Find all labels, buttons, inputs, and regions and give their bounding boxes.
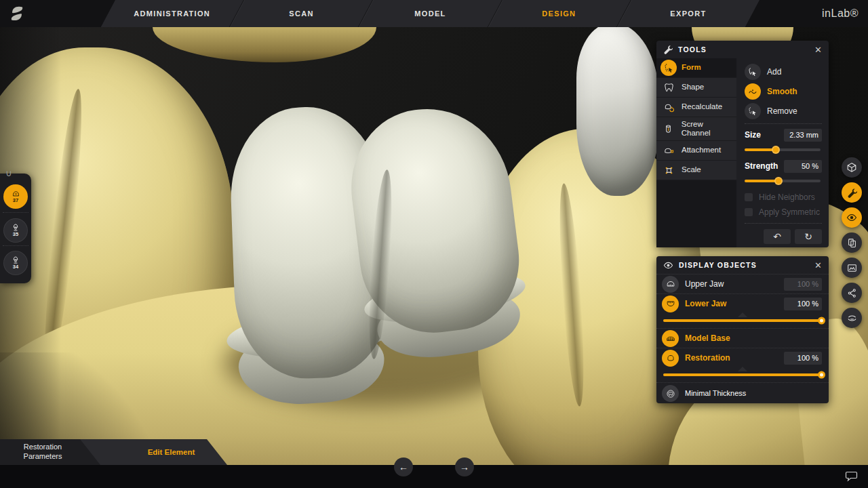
divider — [3, 245, 28, 246]
close-icon[interactable]: ✕ — [814, 261, 822, 270]
tooth-selector-panel: ∪ 37 35 34 — [0, 174, 31, 283]
undo-icon: ↶ — [773, 231, 781, 242]
lower-jaw-icon — [662, 296, 679, 312]
mode-smooth[interactable]: Smooth — [745, 83, 822, 100]
bottom-status-bar: ← → — [0, 465, 868, 488]
size-value[interactable]: 2.33 mm — [784, 129, 822, 142]
restoration-opacity-value[interactable]: 100 % — [784, 352, 822, 365]
display-item-upper-jaw[interactable]: Upper Jaw 100 % — [656, 274, 829, 293]
right-toolbar — [842, 157, 863, 328]
strength-slider[interactable] — [745, 180, 821, 182]
screw-channel-icon — [660, 121, 677, 137]
tools-panel-header: TOOLS ✕ — [656, 41, 829, 58]
display-item-minimal-thickness[interactable]: Minimal Thickness — [656, 382, 829, 404]
tool-attachment[interactable]: Attachment — [656, 141, 736, 161]
upper-jaw-icon — [662, 276, 679, 293]
strength-control: Strength 50 % — [745, 159, 822, 182]
tools-wrench-icon — [663, 45, 673, 54]
scene-prepared-tooth — [576, 27, 659, 196]
tool-form[interactable]: Form — [656, 58, 736, 78]
form-tooth-cursor-icon — [660, 60, 677, 76]
checkbox-icon[interactable] — [745, 208, 753, 216]
undo-button[interactable]: ↶ — [764, 229, 791, 244]
size-slider-thumb[interactable] — [772, 146, 780, 154]
arrow-left-icon: ← — [399, 462, 408, 472]
restoration-tooth-icon — [662, 350, 679, 367]
top-navigation-bar: ADMINISTRATION SCAN MODEL DESIGN EXPORT … — [0, 0, 868, 27]
display-objects-button[interactable] — [842, 207, 862, 228]
lower-jaw-opacity-value[interactable]: 100 % — [784, 298, 822, 310]
chat-bubble-icon[interactable] — [845, 470, 859, 483]
attachment-icon — [660, 142, 677, 159]
redo-icon: ↻ — [804, 231, 812, 242]
panel-title: TOOLS — [678, 45, 814, 54]
dentsply-sirona-logo-icon[interactable] — [7, 4, 27, 23]
model-base-icon — [662, 330, 679, 347]
option-hide-neighbors[interactable]: Hide Neighbors — [745, 190, 822, 204]
display-item-model-base[interactable]: Model Base — [656, 328, 829, 348]
tooth-number: 37 — [13, 198, 18, 203]
tooth-icon — [660, 79, 677, 96]
jaw-arch-icon: ∪ — [5, 168, 12, 178]
panel-title: DISPLAY OBJECTS — [679, 261, 814, 269]
scale-icon — [660, 162, 677, 178]
tooth-button-37[interactable]: 37 — [3, 184, 28, 209]
tab-edit-element[interactable]: Edit Element — [75, 439, 227, 465]
scene-tooth-tips — [153, 27, 376, 62]
display-item-lower-jaw[interactable]: Lower Jaw 100 % — [656, 293, 829, 313]
checkbox-icon[interactable] — [745, 193, 753, 201]
arrow-right-icon: → — [460, 462, 469, 472]
brand-logo-text: inLab® — [822, 0, 859, 27]
connector-button[interactable] — [842, 283, 862, 303]
divider — [745, 123, 822, 124]
option-apply-symmetric[interactable]: Apply Symmetric — [745, 205, 822, 219]
slider-thumb[interactable] — [818, 371, 825, 379]
strength-slider-thumb[interactable] — [774, 177, 783, 185]
previous-step-button[interactable]: ← — [394, 458, 413, 476]
tools-panel: TOOLS ✕ Form — [656, 41, 829, 247]
size-slider[interactable] — [745, 148, 821, 151]
display-objects-panel: DISPLAY OBJECTS ✕ Upper Jaw 100 % Lower … — [656, 256, 829, 403]
tool-shape[interactable]: Shape — [656, 78, 736, 98]
recalculate-icon — [660, 99, 677, 115]
tab-scan[interactable]: SCAN — [229, 0, 372, 27]
redo-button[interactable]: ↻ — [795, 229, 822, 244]
documents-button[interactable] — [842, 232, 862, 253]
divider — [3, 212, 28, 213]
mode-remove[interactable]: Remove — [745, 103, 822, 119]
tool-scale[interactable]: Scale — [656, 161, 736, 180]
display-panel-header: DISPLAY OBJECTS ✕ — [656, 256, 829, 274]
close-icon[interactable]: ✕ — [814, 45, 822, 54]
slider-thumb[interactable] — [818, 317, 825, 325]
tool-recalculate[interactable]: Recalculate — [656, 98, 736, 117]
tooth-number: 34 — [13, 264, 18, 270]
size-label: Size — [745, 130, 761, 140]
tab-administration[interactable]: ADMINISTRATION — [101, 0, 243, 27]
tooth-button-34[interactable]: 34 — [3, 251, 28, 275]
articulator-button[interactable] — [842, 308, 862, 328]
tools-panel-button[interactable] — [842, 182, 862, 203]
strength-label: Strength — [745, 161, 778, 171]
tool-screw-channel[interactable]: Screw Channel — [656, 117, 736, 141]
display-item-restoration[interactable]: Restoration 100 % — [656, 348, 829, 367]
minimal-thickness-icon — [662, 385, 679, 402]
view-cube-button[interactable] — [842, 157, 862, 178]
strength-value[interactable]: 50 % — [784, 160, 822, 173]
remove-tooth-icon — [745, 103, 761, 119]
eye-icon — [663, 260, 673, 270]
next-step-button[interactable]: → — [455, 458, 474, 476]
tooth-button-35[interactable]: 35 — [3, 218, 28, 243]
tab-design[interactable]: DESIGN — [487, 0, 630, 27]
screen-image-button[interactable] — [842, 258, 862, 278]
add-tooth-icon — [745, 64, 761, 80]
tab-model[interactable]: MODEL — [358, 0, 501, 27]
slider-notch — [738, 312, 747, 317]
slider-notch — [738, 367, 747, 371]
lower-jaw-opacity-slider[interactable] — [656, 313, 829, 328]
upper-jaw-opacity-value[interactable]: 100 % — [784, 278, 822, 291]
mode-add[interactable]: Add — [745, 64, 822, 80]
tab-export[interactable]: EXPORT — [616, 0, 760, 27]
restoration-opacity-slider[interactable] — [656, 367, 829, 382]
size-control: Size 2.33 mm — [745, 128, 822, 151]
divider — [745, 223, 822, 224]
